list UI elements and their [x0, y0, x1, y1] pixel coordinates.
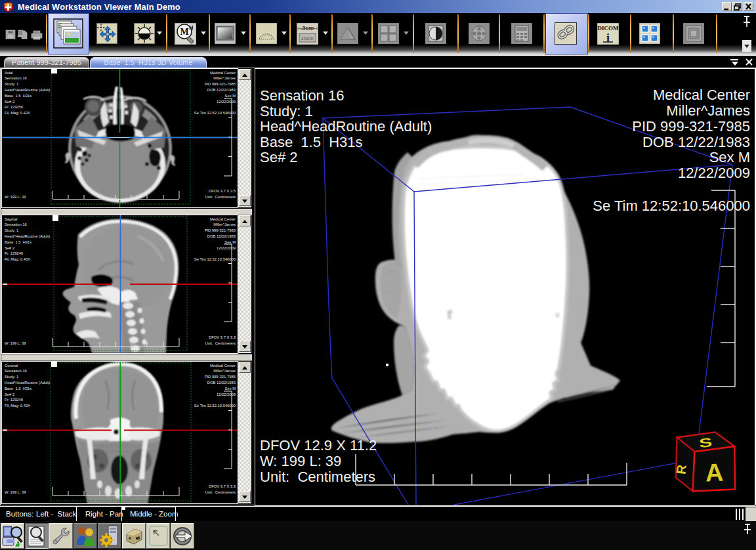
- svg-text:10cm: 10cm: [301, 35, 314, 41]
- svg-text:M: M: [188, 25, 194, 31]
- svg-text:Study: 1: Study: 1: [5, 228, 18, 232]
- svg-text:Base 1.5 H31s: Base 1.5 H31s: [5, 240, 32, 244]
- svg-text:A: A: [705, 459, 724, 487]
- svg-text:Fil, Mag: 0.40X: Fil, Mag: 0.40X: [5, 257, 30, 261]
- svg-text:Miller^James: Miller^James: [213, 369, 236, 373]
- svg-text:Sex M: Sex M: [225, 240, 236, 244]
- svg-text:W: 199 L: 39: W: 199 L: 39: [5, 341, 26, 345]
- svg-text:Unit: Centimeters: Unit: Centimeters: [205, 195, 236, 199]
- svg-text:Head^HeadRoutine (Adult): Head^HeadRoutine (Adult): [260, 118, 432, 135]
- svg-text:Head^HeadRoutine (Adult): Head^HeadRoutine (Adult): [5, 234, 50, 238]
- svg-text:Head^HeadRoutine (Adult): Head^HeadRoutine (Adult): [5, 88, 50, 92]
- svg-text:12/22/2009: 12/22/2009: [217, 392, 236, 396]
- svg-text:Se# 2: Se# 2: [5, 392, 14, 396]
- svg-text:Unit: Centimeters: Unit: Centimeters: [205, 341, 236, 345]
- svg-text:W: 199 L: 39: W: 199 L: 39: [5, 195, 26, 199]
- svg-text:Medical Center: Medical Center: [210, 364, 236, 368]
- svg-text:Se Tim 12.52.10.546000: Se Tim 12.52.10.546000: [194, 257, 236, 261]
- svg-text:DFOV 3.7 X 3.3: DFOV 3.7 X 3.3: [209, 335, 236, 339]
- svg-text:Sagittal: Sagittal: [5, 217, 17, 221]
- svg-text:12/22/2009: 12/22/2009: [678, 165, 750, 181]
- svg-text:Se# 2: Se# 2: [260, 149, 298, 165]
- svg-text:Sensation 16: Sensation 16: [5, 76, 27, 80]
- svg-text:.3cm: .3cm: [301, 25, 314, 32]
- svg-text:Medical Center: Medical Center: [210, 71, 236, 75]
- svg-text:Head^HeadRoutine (Adult): Head^HeadRoutine (Adult): [5, 381, 50, 385]
- svg-text:Axial: Axial: [5, 71, 13, 75]
- svg-text:PID 999-321-7985: PID 999-321-7985: [205, 82, 236, 86]
- svg-text:Study: 1: Study: 1: [5, 82, 18, 86]
- svg-text:Se# 2: Se# 2: [5, 100, 14, 104]
- svg-text:Base 1.5 H31s: Base 1.5 H31s: [5, 94, 32, 98]
- svg-text:12/22/2009: 12/22/2009: [217, 246, 236, 250]
- svg-text:PID 999-321-7985: PID 999-321-7985: [632, 118, 750, 135]
- svg-text:PID 999-321-7985: PID 999-321-7985: [205, 228, 236, 232]
- svg-text:DOB 12/22/1983: DOB 12/22/1983: [207, 381, 236, 385]
- svg-text:DOB 12/22/1983: DOB 12/22/1983: [642, 134, 750, 150]
- svg-text:Fr: 129256: Fr: 129256: [5, 105, 23, 109]
- svg-text:Sensation 16: Sensation 16: [260, 87, 344, 104]
- svg-text:Fil, Mag: 0.42X: Fil, Mag: 0.42X: [5, 404, 30, 408]
- svg-text:Sex M: Sex M: [225, 94, 236, 98]
- svg-text:DFOV 3.7 X 3.5: DFOV 3.7 X 3.5: [209, 189, 236, 193]
- svg-text:Miller^James: Miller^James: [213, 76, 236, 80]
- svg-text:Sex M: Sex M: [225, 387, 236, 391]
- svg-text:Study: 1: Study: 1: [260, 103, 313, 119]
- svg-text:DICOM: DICOM: [598, 25, 620, 32]
- svg-text:MED: MED: [5, 3, 12, 7]
- svg-text:Unit: Centimeters: Unit: Centimeters: [260, 469, 375, 485]
- svg-text:Sex M: Sex M: [709, 149, 750, 165]
- svg-text:Medical Center: Medical Center: [653, 87, 750, 103]
- svg-text:Se Tim 12.52.10.546000: Se Tim 12.52.10.546000: [194, 404, 236, 408]
- svg-text:Sensation 16: Sensation 16: [5, 222, 27, 226]
- svg-text:Base 1.5 H31s: Base 1.5 H31s: [260, 134, 363, 150]
- svg-text:Se Tim 12:52:10.546000: Se Tim 12:52:10.546000: [593, 198, 750, 214]
- svg-text:Fil, Mag: 0.42X: Fil, Mag: 0.42X: [5, 111, 30, 115]
- svg-text:W: 199 L: 39: W: 199 L: 39: [260, 453, 341, 469]
- svg-text:Miller^James: Miller^James: [213, 222, 236, 226]
- svg-text:Fr: 129249: Fr: 129249: [5, 398, 23, 402]
- svg-text:R: R: [673, 463, 688, 475]
- svg-text:Se Tim 12.52.10.546000: Se Tim 12.52.10.546000: [194, 111, 236, 115]
- svg-text:i: i: [606, 32, 610, 45]
- svg-text:Miller^James: Miller^James: [666, 102, 750, 119]
- svg-text:DOB 12/22/1983: DOB 12/22/1983: [207, 88, 236, 92]
- svg-text:DFOV 12.9 X 11.2: DFOV 12.9 X 11.2: [260, 437, 377, 454]
- svg-text:12/22/2009: 12/22/2009: [217, 100, 236, 104]
- svg-text:W: 199 L: 39: W: 199 L: 39: [5, 490, 26, 494]
- svg-text:Unit: Centimeters: Unit: Centimeters: [205, 490, 236, 494]
- svg-text:Base 1.5 H31s: Base 1.5 H31s: [5, 387, 32, 391]
- svg-text:Medical Center: Medical Center: [210, 217, 236, 221]
- svg-text:Se# 2: Se# 2: [5, 246, 14, 250]
- svg-text:DFOV 3.7 X 3.3: DFOV 3.7 X 3.3: [209, 484, 236, 488]
- svg-text:Coronal: Coronal: [5, 364, 18, 368]
- svg-text:DOB 12/22/1983: DOB 12/22/1983: [207, 234, 236, 238]
- svg-text:Fr: 129249: Fr: 129249: [5, 251, 23, 255]
- svg-text:Sensation 16: Sensation 16: [5, 369, 27, 373]
- svg-text:PID 999-321-7985: PID 999-321-7985: [205, 375, 236, 379]
- svg-text:M: M: [180, 27, 188, 37]
- svg-text:S: S: [698, 434, 713, 450]
- svg-text:Study: 1: Study: 1: [5, 375, 18, 379]
